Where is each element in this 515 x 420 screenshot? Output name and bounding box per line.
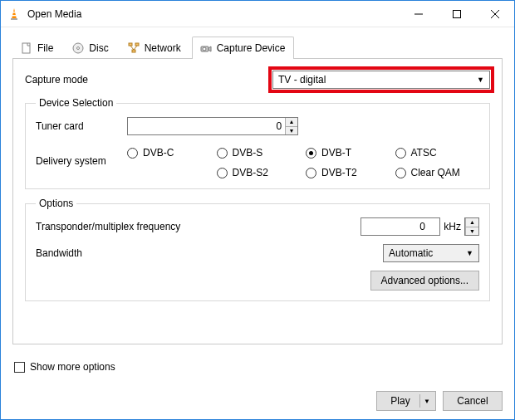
file-icon xyxy=(20,42,33,55)
tab-label: Disc xyxy=(89,42,108,54)
titlebar: Open Media xyxy=(1,1,514,27)
bandwidth-select[interactable]: Automatic ▼ xyxy=(383,244,479,262)
svg-rect-1 xyxy=(11,18,17,20)
checkbox-label: Show more options xyxy=(30,361,115,373)
frequency-spinbox[interactable] xyxy=(360,217,440,236)
advanced-options-button[interactable]: Advanced options... xyxy=(370,271,479,291)
tab-capture-device[interactable]: Capture Device xyxy=(192,37,295,59)
svg-point-17 xyxy=(203,47,206,51)
radio-label: ATSC xyxy=(411,147,437,159)
vlc-icon xyxy=(7,7,21,21)
radio-clearqam[interactable]: Clear QAM xyxy=(395,167,480,178)
radio-dvbs[interactable]: DVB-S xyxy=(217,147,302,159)
radio-label: DVB-T2 xyxy=(321,167,357,178)
radio-dvbc[interactable]: DVB-C xyxy=(127,147,212,159)
cancel-button[interactable]: Cancel xyxy=(443,391,503,411)
button-label: Play xyxy=(390,395,410,407)
options-legend: Options xyxy=(36,198,76,209)
radio-icon xyxy=(306,168,316,178)
radio-atsc[interactable]: ATSC xyxy=(395,147,480,159)
svg-line-15 xyxy=(134,46,137,50)
tab-label: Capture Device xyxy=(217,42,286,54)
radio-label: Clear QAM xyxy=(411,167,460,178)
spin-up-button[interactable]: ▲ xyxy=(286,118,297,127)
svg-rect-12 xyxy=(135,43,139,46)
bandwidth-label: Bandwidth xyxy=(36,247,82,259)
dialog-footer: Play ▼ Cancel xyxy=(1,386,514,419)
window-controls xyxy=(400,1,514,27)
window-title: Open Media xyxy=(27,8,81,20)
tabs: File Disc Network Capture Device xyxy=(12,36,503,58)
svg-rect-11 xyxy=(129,43,132,46)
radio-icon xyxy=(127,148,138,159)
tuner-card-value[interactable] xyxy=(128,118,285,134)
tuner-card-spinbox[interactable]: ▲ ▼ xyxy=(127,117,298,135)
options-group: Options Transponder/multiplex frequency … xyxy=(25,198,490,301)
chevron-down-icon: ▼ xyxy=(424,398,430,405)
svg-rect-2 xyxy=(12,12,16,12)
device-selection-group: Device Selection Tuner card ▲ ▼ Delivery… xyxy=(25,97,490,189)
tuner-card-label: Tuner card xyxy=(36,120,127,132)
capture-mode-select[interactable]: TV - digital ▼ xyxy=(272,71,490,89)
radio-dvbs2[interactable]: DVB-S2 xyxy=(217,167,302,178)
radio-label: DVB-T xyxy=(321,147,351,159)
delivery-system-label: Delivery system xyxy=(36,147,127,167)
open-media-dialog: Open Media File xyxy=(0,0,515,420)
close-button[interactable] xyxy=(476,1,514,27)
button-label: Cancel xyxy=(457,395,488,407)
tab-label: Network xyxy=(145,42,181,54)
maximize-button[interactable] xyxy=(438,1,476,27)
chevron-down-icon: ▼ xyxy=(466,249,473,257)
capture-mode-value: TV - digital xyxy=(278,74,326,85)
bandwidth-value: Automatic xyxy=(389,247,433,259)
spin-down-button[interactable]: ▼ xyxy=(286,127,297,135)
capture-device-panel: Capture mode TV - digital ▼ Device Selec… xyxy=(12,58,503,344)
radio-label: DVB-C xyxy=(143,147,174,159)
svg-rect-3 xyxy=(12,15,17,16)
tab-label: File xyxy=(37,42,53,54)
svg-line-14 xyxy=(130,46,134,50)
network-icon xyxy=(127,42,140,55)
radio-dvbt[interactable]: DVB-T xyxy=(306,147,390,159)
disc-icon xyxy=(71,42,85,55)
button-label: Advanced options... xyxy=(381,275,468,286)
svg-rect-8 xyxy=(22,43,30,53)
svg-marker-0 xyxy=(12,8,17,19)
frequency-value[interactable] xyxy=(361,218,429,235)
tab-disc[interactable]: Disc xyxy=(64,37,117,59)
radio-label: DVB-S2 xyxy=(233,167,268,178)
show-more-options-checkbox[interactable]: Show more options xyxy=(14,361,503,373)
radio-label: DVB-S xyxy=(233,147,263,159)
radio-icon xyxy=(306,148,316,159)
radio-dvbt2[interactable]: DVB-T2 xyxy=(306,167,390,178)
separator xyxy=(419,394,420,408)
play-button[interactable]: Play ▼ xyxy=(376,391,436,411)
chevron-down-icon: ▼ xyxy=(477,76,484,84)
radio-icon xyxy=(395,168,406,178)
svg-point-10 xyxy=(77,47,80,50)
minimize-button[interactable] xyxy=(400,1,438,27)
capture-mode-label: Capture mode xyxy=(25,74,88,85)
spin-up-button[interactable]: ▲ xyxy=(466,218,478,227)
radio-icon xyxy=(217,168,228,178)
device-selection-legend: Device Selection xyxy=(36,97,116,109)
radio-icon xyxy=(217,148,228,159)
frequency-label: Transponder/multiplex frequency xyxy=(36,221,180,232)
spin-down-button[interactable]: ▼ xyxy=(466,227,478,236)
radio-icon xyxy=(395,148,406,159)
capture-device-icon xyxy=(199,42,213,55)
frequency-unit: kHz xyxy=(444,221,461,232)
tab-network[interactable]: Network xyxy=(120,37,190,59)
checkbox-icon xyxy=(14,362,25,373)
tab-file[interactable]: File xyxy=(12,37,62,59)
svg-rect-5 xyxy=(454,10,461,17)
svg-rect-13 xyxy=(132,50,135,52)
